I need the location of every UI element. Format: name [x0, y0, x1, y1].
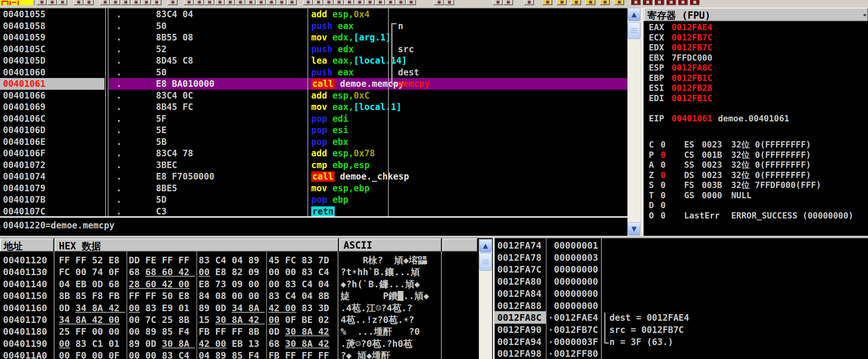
toolbar-button[interactable] [631, 0, 641, 5]
toolbar-button[interactable] [385, 0, 395, 5]
disasm-row[interactable]: 00401055.83C4 04add esp,0x4 [0, 8, 627, 20]
stack-row[interactable]: 0012FA7C00000000 [495, 264, 868, 276]
disasm-row[interactable]: 00401079.8BE5mov esp,ebp [0, 182, 627, 194]
flag-row[interactable]: D0 [644, 200, 868, 210]
stack-row[interactable]: 0012FA8400000000 [495, 288, 868, 300]
collapse-arrow-icon[interactable]: ◂ [862, 10, 867, 19]
hexdump-row[interactable]: 0040114004EB0D6828604200E87309000083C404… [0, 278, 493, 290]
flag-row[interactable]: Z0DS002332位 0(FFFFFFFF) [644, 170, 868, 180]
hexdump-pane[interactable]: 地址 HEX 数据 ASCII 00401120FFFF52E8DDFEFFFF… [0, 238, 493, 359]
disasm-scrollbar[interactable]: ▲ ▼ [627, 8, 641, 236]
toolbar-button[interactable] [225, 0, 235, 5]
toolbar-button[interactable] [235, 0, 245, 5]
toolbar-button[interactable] [47, 0, 57, 5]
hexdump-row[interactable]: 0040118025FF0000008985F4FBFFFF8B0D308A42… [0, 326, 493, 338]
toolbar-button[interactable] [168, 0, 178, 5]
toolbar-button[interactable] [194, 0, 204, 5]
toolbar-button[interactable] [524, 0, 534, 5]
register-row[interactable]: EBP0012FB1C [644, 73, 868, 83]
flag-row[interactable]: O0LastErrERROR_SUCCESS (00000000) [644, 211, 868, 221]
toolbar-button[interactable] [334, 0, 344, 5]
toolbar-button[interactable] [690, 0, 700, 5]
toolbar-button[interactable] [614, 0, 624, 5]
hexdump-row[interactable]: 004011A000F0000F000083C4048985F4FBFFFFFF… [0, 350, 493, 359]
dump-header-hex[interactable]: HEX 数据 [54, 238, 338, 252]
toolbar-button[interactable] [131, 0, 141, 5]
toolbar-button[interactable] [557, 0, 567, 5]
scrollbar-thumb[interactable] [479, 253, 492, 271]
toolbar-button[interactable] [204, 0, 214, 5]
disasm-row[interactable]: 0040105D.8D45 C8lea eax,[local.14] [0, 55, 627, 67]
stack-row[interactable]: 0012FA8000000000 [495, 276, 868, 288]
toolbar-button[interactable] [571, 0, 581, 5]
disasm-row[interactable]: 00401059.8B55 08mov edx,[arg.1] [0, 32, 627, 43]
toolbar-button[interactable] [493, 0, 503, 5]
hexdump-row[interactable]: 00401120FFFF52E8DDFEFFFF83C4048945FC837D… [0, 255, 493, 266]
dump-scrollbar[interactable]: ▲ [479, 239, 492, 359]
disasm-row[interactable]: 0040105C.52push edxsrc [0, 43, 627, 55]
stack-row[interactable]: 0012FA7400000001 [495, 240, 868, 252]
toolbar-button[interactable] [287, 0, 297, 5]
register-row[interactable]: EBX7FFDC000 [644, 53, 868, 63]
toolbar-button[interactable] [184, 0, 194, 5]
toolbar-button[interactable] [600, 0, 610, 5]
toolbar-button[interactable] [643, 0, 652, 5]
hexdump-row[interactable]: 00401170348A4200007C258B15308A42000FBE02… [0, 314, 493, 326]
stack-pane[interactable]: 0012FA74000000010012FA78000000030012FA7C… [495, 238, 868, 359]
toolbar-button[interactable] [246, 0, 256, 5]
toolbar-button[interactable] [324, 0, 334, 5]
toolbar-button[interactable] [586, 0, 595, 5]
register-row[interactable]: ECX0012FB7C [644, 33, 868, 43]
stack-row[interactable]: 0012FA98·0012FF80 [495, 348, 868, 359]
disasm-row[interactable]: 00401074.E8 F7050000call demoe._chkesp [0, 171, 627, 182]
disasm-row[interactable]: 00401069.8B45 FCmov eax,[local.1] [0, 101, 627, 113]
stack-row[interactable]: 0012FA94·0000003Fn = 3F (63.) [495, 336, 868, 348]
registers-pane[interactable]: 寄存器 (FPU) ◂ EAX0012FAE4ECX0012FB7CEDX001… [644, 8, 868, 236]
hexdump-row[interactable]: 00401130FC00740F6868604200E88209000083C4… [0, 266, 493, 278]
toolbar-button[interactable] [57, 0, 67, 5]
register-row[interactable]: EDI0012FB1C [644, 93, 868, 103]
hexdump-row[interactable]: 004011508B85F8FBFFFF50E88408000083C4048B… [0, 290, 493, 302]
flag-row[interactable]: A0SS002332位 0(FFFFFFFF) [644, 160, 868, 170]
toolbar-button[interactable] [74, 0, 83, 5]
disasm-row[interactable]: 0040106E.5Bpop ebx [0, 136, 627, 148]
toolbar-button[interactable] [256, 0, 266, 5]
register-row[interactable]: EAX0012FAE4 [644, 22, 868, 32]
disasm-row[interactable]: 0040106D.5Epop esi [0, 124, 627, 136]
toolbar-button[interactable] [365, 0, 375, 5]
toolbar-button[interactable] [277, 0, 287, 5]
toolbar-button[interactable] [375, 0, 385, 5]
stack-row[interactable]: 0012FA8C·0012FAE4dest = 0012FAE4 [495, 312, 868, 324]
disasm-row[interactable]: 0040106F.83C4 78add esp,0x78 [0, 147, 627, 159]
disasm-row[interactable]: 0040106C.5Fpop edi [0, 113, 627, 125]
register-row[interactable]: EDX0012FB7C [644, 43, 868, 53]
toolbar-button[interactable] [100, 0, 110, 5]
dump-header-addr[interactable]: 地址 [0, 238, 54, 252]
hexdump-row[interactable]: 004011600D348A420083E901890D348A4200833D… [0, 302, 493, 314]
dump-header-ascii[interactable]: ASCII [339, 238, 441, 252]
disasm-row[interactable]: 00401072.3BECcmp ebp,esp [0, 159, 627, 171]
toolbar-button[interactable] [84, 0, 94, 5]
flag-row[interactable]: T0GS0000NULL [644, 191, 868, 200]
disasm-row[interactable]: 00401058.50push eaxn [0, 20, 627, 32]
toolbar-button[interactable] [313, 0, 323, 5]
toolbar-button[interactable] [152, 0, 161, 5]
toolbar-button[interactable] [654, 0, 664, 5]
flag-row[interactable]: S0FS003B32位 7FFDF000(FFF) [644, 180, 868, 190]
toolbar-button[interactable] [406, 0, 416, 5]
disasm-row[interactable]: 00401061.E8 BA010000call demoe.memcpymem… [0, 78, 627, 90]
toolbar-button[interactable] [503, 0, 513, 5]
toolbar-button[interactable] [355, 0, 364, 5]
toolbar-button[interactable] [266, 0, 276, 5]
scroll-up-button[interactable]: ▲ [479, 239, 492, 252]
disasm-row[interactable]: 00401066.83C4 0Cadd esp,0xC [0, 90, 627, 102]
disasm-row[interactable]: 0040107C.C3retn [0, 206, 627, 217]
toolbar-button[interactable] [344, 0, 354, 5]
toolbar-button[interactable] [121, 0, 131, 5]
toolbar-button[interactable] [215, 0, 225, 5]
toolbar-button[interactable] [303, 0, 313, 5]
toolbar-button[interactable] [444, 0, 454, 5]
toolbar-button[interactable] [542, 0, 552, 5]
toolbar-button[interactable] [141, 0, 151, 5]
stack-row[interactable]: 0012FA7800000003 [495, 252, 868, 264]
